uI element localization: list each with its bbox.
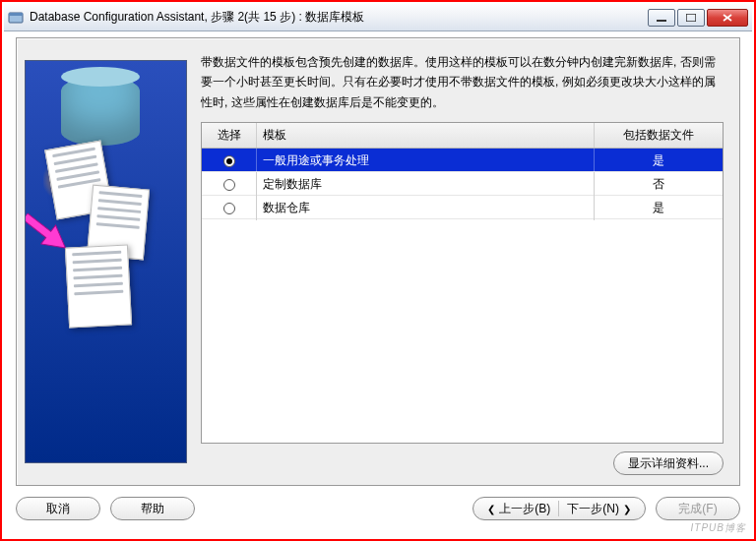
finish-button: 完成(F): [656, 497, 740, 520]
minimize-button[interactable]: [648, 9, 675, 27]
svg-rect-2: [657, 20, 666, 22]
radio-option[interactable]: [223, 179, 235, 191]
wizard-panel: 带数据文件的模板包含预先创建的数据库。使用这样的模板可以在数分钟内创建完新数据库…: [16, 37, 740, 486]
watermark: ITPUB博客: [691, 521, 746, 535]
chevron-left-icon: ❮: [487, 504, 495, 514]
cell-datafiles: 是: [595, 196, 723, 220]
window-controls: [648, 9, 748, 27]
description-text: 带数据文件的模板包含预先创建的数据库。使用这样的模板可以在数分钟内创建完新数据库…: [201, 52, 724, 112]
window-title: Database Configuration Assistant, 步骤 2(共…: [30, 9, 648, 26]
cancel-button[interactable]: 取消: [16, 497, 100, 520]
col-header-template: 模板: [257, 123, 595, 148]
template-table: 选择 模板 包括数据文件 一般用途或事务处理 是 定制数据库 否: [201, 122, 724, 444]
app-icon: [8, 10, 24, 26]
next-button[interactable]: 下一步(N)❯: [559, 498, 639, 519]
cell-template: 一般用途或事务处理: [257, 149, 595, 173]
chevron-right-icon: ❯: [623, 504, 631, 514]
col-header-datafiles: 包括数据文件: [595, 123, 723, 148]
show-details-button[interactable]: 显示详细资料...: [613, 451, 724, 475]
radio-option[interactable]: [223, 203, 235, 214]
cell-datafiles: 是: [595, 149, 723, 173]
radio-option[interactable]: [223, 155, 235, 167]
col-header-select: 选择: [202, 123, 257, 148]
database-icon: [61, 77, 140, 146]
nav-group: ❮上一步(B) 下一步(N)❯: [472, 497, 646, 520]
back-button[interactable]: ❮上一步(B): [479, 498, 558, 519]
wizard-footer: 取消 帮助 ❮上一步(B) 下一步(N)❯ 完成(F): [16, 492, 740, 525]
maximize-button[interactable]: [677, 9, 705, 27]
titlebar: Database Configuration Assistant, 步骤 2(共…: [4, 4, 752, 31]
cell-template: 定制数据库: [257, 172, 595, 197]
help-button[interactable]: 帮助: [110, 497, 195, 520]
table-row[interactable]: 数据仓库 是: [202, 196, 723, 219]
cell-template: 数据仓库: [257, 196, 595, 220]
close-button[interactable]: [707, 9, 748, 27]
table-row[interactable]: 一般用途或事务处理 是: [202, 149, 723, 172]
document-icon: [65, 244, 132, 328]
cell-datafiles: 否: [595, 172, 723, 197]
side-illustration: [25, 60, 187, 463]
svg-rect-1: [9, 13, 23, 16]
table-row[interactable]: 定制数据库 否: [202, 172, 723, 196]
svg-rect-3: [686, 14, 696, 22]
